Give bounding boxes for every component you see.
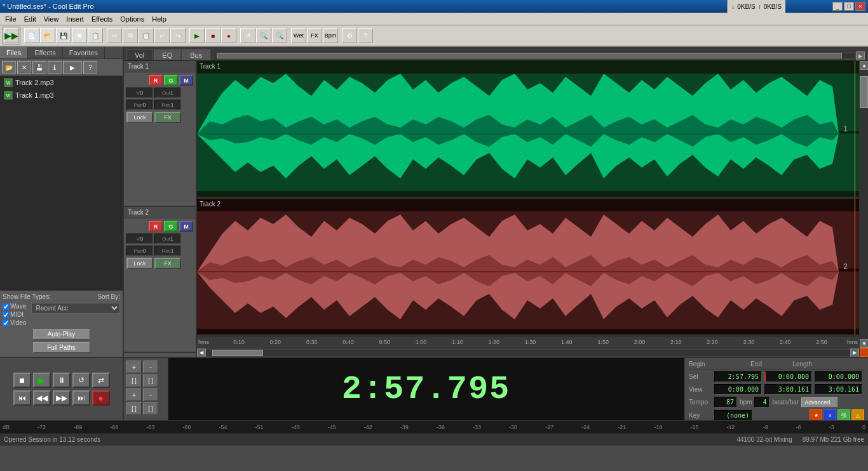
track2-r-button[interactable]: R — [149, 221, 163, 232]
sel-begin-field[interactable]: 2:57.795 — [714, 371, 762, 382]
view-begin-field[interactable]: 0:00.000 — [714, 384, 762, 395]
toolbar-loop-button[interactable]: ↺ — [240, 28, 255, 43]
track1-m-button[interactable]: M — [179, 75, 193, 86]
h-zoom-out-button[interactable]: - — [143, 361, 158, 373]
tempo-val-field[interactable]: 87 — [714, 397, 737, 408]
file-item-track2[interactable]: W Track 2.mp3 — [0, 76, 123, 89]
toolbar-fx1-button[interactable]: Wet — [291, 28, 306, 43]
back-button[interactable]: ◀◀ — [33, 390, 51, 406]
toolbar-fx2-button[interactable]: FX — [307, 28, 322, 43]
view-end-field[interactable]: 3:00.161 — [764, 384, 812, 395]
tab-bus[interactable]: Bus — [182, 50, 210, 60]
toolbar-paste-button[interactable]: 📋 — [139, 28, 154, 43]
pause-button[interactable]: ⏸ — [53, 373, 71, 388]
tab-effects[interactable]: Effects — [28, 47, 62, 58]
panel-help-button[interactable]: ? — [83, 61, 97, 74]
scroll-down-button[interactable]: ▼ — [860, 339, 868, 348]
key-val-field[interactable]: (none) — [714, 410, 752, 421]
track1-lock-button[interactable]: Lock — [126, 112, 153, 123]
panel-play-button[interactable]: ▶ — [63, 61, 82, 74]
scroll-right-button[interactable]: ▶ — [850, 348, 859, 357]
toolbar-settings-button[interactable]: ⚙ — [342, 28, 357, 43]
h-scrollbar[interactable]: ◀ ▶ — [197, 348, 859, 357]
scroll-right-arrow[interactable]: ▶ — [856, 51, 865, 60]
panel-close-button[interactable]: ✕ — [17, 61, 31, 74]
panel-open-button[interactable]: 📂 — [2, 61, 16, 74]
menu-help[interactable]: Help — [148, 14, 170, 24]
toolbar-play-button[interactable]: ▶ — [189, 28, 205, 43]
menu-options[interactable]: Options — [116, 14, 148, 24]
tab-vol[interactable]: Vol — [126, 50, 153, 60]
tab-eq[interactable]: EQ — [154, 50, 180, 60]
panel-info-button[interactable]: ℹ — [48, 61, 62, 74]
checkbox-midi[interactable]: MIDI — [3, 311, 26, 318]
toolbar-undo-button[interactable]: ↩ — [154, 28, 170, 43]
toolbar-zoom-out-button[interactable]: 🔍 — [272, 28, 287, 43]
v-scroll-thumb[interactable] — [860, 76, 868, 108]
toolbar-help-button[interactable]: ? — [358, 28, 373, 43]
autoplay-button[interactable]: Auto-Play — [33, 329, 90, 340]
top-scroll-thumb[interactable] — [217, 53, 842, 58]
track2-fx-button[interactable]: FX — [154, 258, 181, 269]
menu-edit[interactable]: Edit — [20, 14, 40, 24]
checkbox-video[interactable]: Video — [3, 319, 26, 326]
v-zoom-sel-button[interactable]: [ ] — [143, 402, 158, 415]
menu-view[interactable]: View — [40, 14, 63, 24]
tab-files[interactable]: Files — [0, 47, 28, 58]
menu-insert[interactable]: Insert — [62, 14, 88, 24]
panel-save-button[interactable]: 💾 — [32, 61, 46, 74]
v-scrollbar[interactable]: ▲ ▼ — [859, 61, 868, 357]
track1-r-button[interactable]: R — [149, 75, 163, 86]
track2-waveform[interactable]: Track 2 — [197, 199, 859, 336]
record-button[interactable]: ● — [92, 390, 110, 406]
tab-favorites[interactable]: Favorites — [63, 47, 105, 58]
toolbar-new-button[interactable]: 📄 — [24, 28, 39, 43]
toolbar-cut-button[interactable]: ✂ — [107, 28, 122, 43]
prev-button[interactable]: ⏮ — [13, 390, 31, 406]
loop-button[interactable]: ↺ — [72, 373, 90, 388]
toolbar-stop-button[interactable]: ■ — [205, 28, 220, 43]
v-zoom-in-button[interactable]: + — [126, 388, 142, 401]
sel-end-field[interactable]: 0:00.000 — [764, 371, 812, 382]
track1-waveform[interactable]: Track 1 — [197, 61, 859, 199]
sel-length-field[interactable]: 0:00.000 — [815, 371, 862, 382]
window-controls[interactable]: _ □ × — [832, 2, 865, 11]
h-scroll-thumb[interactable] — [212, 350, 263, 356]
v-zoom-full-button[interactable]: [ ] — [126, 402, 142, 415]
track2-lock-button[interactable]: Lock — [126, 258, 153, 269]
file-item-track1[interactable]: W Track 1.mp3 — [0, 89, 123, 102]
toolbar-zoom-in-button[interactable]: 🔍 — [256, 28, 271, 43]
close-button[interactable]: × — [855, 2, 865, 11]
h-scroll-track[interactable] — [206, 350, 850, 356]
toolbar-open-button[interactable]: 📂 — [40, 28, 55, 43]
track1-g-button[interactable]: G — [164, 75, 178, 86]
h-zoom-sel-button[interactable]: [ ] — [143, 375, 158, 387]
toolbar-record-button[interactable]: ● — [221, 28, 236, 43]
toolbar-save-button[interactable]: 💾 — [56, 28, 71, 43]
minimize-button[interactable]: _ — [832, 2, 843, 11]
v-scroll-track[interactable] — [860, 70, 868, 339]
toolbar-saveas-button[interactable]: 📋 — [88, 28, 103, 43]
stop-button[interactable]: ■ — [13, 373, 31, 388]
scroll-up-button[interactable]: ▲ — [860, 61, 868, 70]
view-length-field[interactable]: 3:00.161 — [815, 384, 862, 395]
top-scrollbar[interactable]: ▶ — [215, 51, 865, 60]
toolbar-bpm-button[interactable]: Bpm — [323, 28, 338, 43]
menu-file[interactable]: File — [1, 14, 20, 24]
fwd-button[interactable]: ▶▶ — [53, 390, 71, 406]
sort-select[interactable]: Recent Acc — [31, 303, 120, 314]
menu-effects[interactable]: Effects — [88, 14, 116, 24]
advanced-button[interactable]: Advanced... — [801, 397, 838, 408]
track1-fx-button[interactable]: FX — [154, 112, 181, 123]
fullpaths-button[interactable]: Full Paths — [33, 342, 90, 353]
v-zoom-out-button[interactable]: - — [143, 388, 158, 401]
toolbar-rewind-button[interactable]: ▶▶ — [4, 28, 19, 43]
track2-m-button[interactable]: M — [179, 221, 193, 232]
next-button[interactable]: ⏭ — [72, 390, 90, 406]
checkbox-wave[interactable]: Wave — [3, 303, 26, 310]
toolbar-copy-button[interactable]: ⧉ — [123, 28, 138, 43]
toolbar-close-button[interactable]: ✖ — [72, 28, 87, 43]
play-button[interactable]: ▶ — [33, 373, 51, 388]
h-zoom-in-button[interactable]: + — [126, 361, 142, 373]
toolbar-redo-button[interactable]: ↪ — [170, 28, 186, 43]
